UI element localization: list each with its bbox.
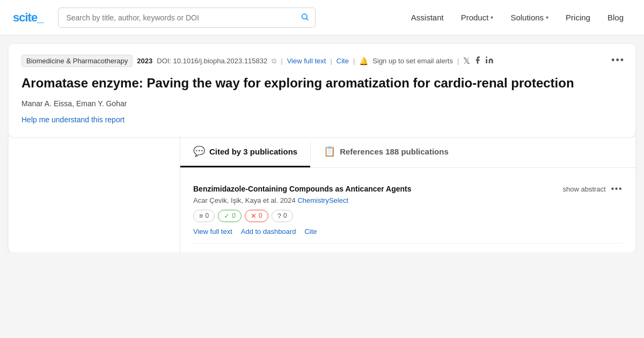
social-icons: 𝕏 — [463, 56, 494, 67]
logo[interactable]: scite_ — [13, 11, 43, 25]
cite-link-header[interactable]: Cite — [336, 57, 349, 65]
copy-icon: ⧉ — [272, 57, 276, 65]
alert-text: Sign up to set email alerts — [372, 57, 453, 65]
contradicting-badge: ✕ 0 — [245, 210, 268, 222]
paper-meta: Biomedicine & Pharmacotherapy 2023 DOI: … — [21, 55, 623, 67]
separator-2: | — [330, 57, 332, 65]
bell-icon[interactable]: 🔔 — [359, 57, 368, 65]
solutions-chevron-icon: ▾ — [546, 14, 548, 20]
paper-more-button[interactable]: ••• — [611, 55, 625, 66]
tab-references[interactable]: 📋 References 188 publications — [311, 137, 462, 167]
citation-info: Benzimidazole-Containing Compounds as An… — [193, 184, 412, 204]
publication-year: 2023 — [137, 57, 152, 65]
svg-line-1 — [307, 18, 309, 20]
main-nav: Assistant Product ▾ Solutions ▾ Pricing … — [404, 9, 631, 26]
svg-point-2 — [486, 56, 488, 58]
nav-assistant[interactable]: Assistant — [404, 9, 451, 26]
separator-3: | — [353, 57, 355, 65]
citation-title: Benzimidazole-Containing Compounds as An… — [193, 184, 412, 195]
citation-list: Benzimidazole-Containing Compounds as An… — [180, 168, 635, 252]
citation-cite-button[interactable]: Cite — [304, 227, 317, 236]
doi-label: DOI: 10.1016/j.biopha.2023.115832 — [157, 57, 267, 65]
supporting-badge: ✓ 0 — [218, 210, 241, 222]
right-panel: 💬 Cited by 3 publications 📋 References 1… — [180, 137, 635, 252]
nav-product[interactable]: Product ▾ — [453, 9, 501, 26]
tab-cited-label: Cited by 3 publications — [209, 147, 297, 156]
paper-card: Biomedicine & Pharmacotherapy 2023 DOI: … — [9, 44, 635, 137]
product-chevron-icon: ▾ — [491, 14, 493, 20]
separator-4: | — [457, 57, 459, 65]
supporting-count: 0 — [232, 212, 236, 219]
question-icon: ? — [277, 212, 281, 220]
citation-links: View full text Add to dashboard Cite — [193, 227, 623, 236]
show-abstract-button[interactable]: show abstract — [562, 185, 605, 193]
nav-pricing[interactable]: Pricing — [558, 9, 598, 26]
references-icon: 📋 — [324, 145, 335, 157]
unknown-badge: ? 0 — [272, 210, 293, 222]
citation-add-to-dashboard[interactable]: Add to dashboard — [241, 227, 296, 236]
search-icon — [301, 12, 309, 23]
header: scite_ Assistant Product ▾ Solutions ▾ P… — [0, 0, 644, 35]
citation-journal-link[interactable]: ChemistrySelect — [297, 196, 348, 204]
tally-badge: ≡ 0 — [193, 210, 215, 222]
doi-value: 10.1016/j.biopha.2023.115832 — [173, 57, 268, 65]
help-understand-link[interactable]: Help me understand this report — [21, 115, 125, 124]
twitter-icon[interactable]: 𝕏 — [463, 56, 470, 66]
unknown-count: 0 — [283, 212, 287, 219]
search-input[interactable] — [58, 8, 316, 28]
nav-blog[interactable]: Blog — [600, 9, 631, 26]
nav-solutions[interactable]: Solutions ▾ — [503, 9, 556, 26]
facebook-icon[interactable] — [473, 56, 482, 67]
citation-view-full-text[interactable]: View full text — [193, 227, 232, 236]
citation-more-button[interactable]: ••• — [611, 184, 623, 194]
tab-cited-by[interactable]: 💬 Cited by 3 publications — [180, 137, 310, 167]
cross-icon: ✕ — [251, 212, 257, 220]
linkedin-icon[interactable] — [485, 56, 494, 67]
left-sidebar — [9, 137, 180, 252]
tabs-header: 💬 Cited by 3 publications 📋 References 1… — [180, 137, 635, 168]
citation-actions-right: show abstract ••• — [562, 184, 623, 194]
citation-authors: Acar Çevik, Işik, Kaya et al. 2024 Chemi… — [193, 196, 412, 204]
contradicting-count: 0 — [259, 212, 262, 219]
main-content: Biomedicine & Pharmacotherapy 2023 DOI: … — [0, 44, 644, 252]
paper-authors: Manar A. Eissa, Eman Y. Gohar — [21, 99, 623, 108]
citation-header: Benzimidazole-Containing Compounds as An… — [193, 184, 623, 204]
citation-card: Benzimidazole-Containing Compounds as An… — [193, 177, 623, 244]
tally-icon: ≡ — [199, 212, 203, 220]
cited-by-icon: 💬 — [193, 145, 205, 157]
separator-1: | — [281, 57, 282, 65]
citation-badges: ≡ 0 ✓ 0 ✕ 0 ? 0 — [193, 210, 623, 222]
search-bar — [58, 8, 316, 28]
tab-references-label: References 188 publications — [340, 147, 449, 156]
tabs-section: 💬 Cited by 3 publications 📋 References 1… — [9, 137, 635, 252]
journal-badge: Biomedicine & Pharmacotherapy — [21, 55, 133, 67]
tally-count: 0 — [206, 212, 209, 219]
paper-title: Aromatase enzyme: Paving the way for exp… — [21, 75, 623, 92]
view-full-text-link[interactable]: View full text — [287, 57, 326, 65]
check-icon: ✓ — [224, 212, 230, 220]
